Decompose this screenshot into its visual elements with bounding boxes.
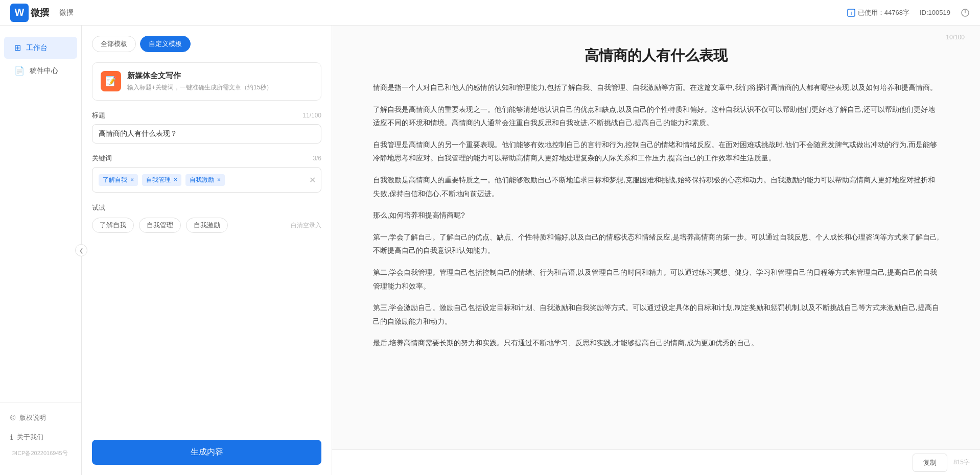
keyword-remove-1[interactable]: × [130, 176, 134, 183]
right-panel: 10/100 高情商的人有什么表现 情商是指一个人对自己和他人的感情的认知和管理… [332, 26, 980, 475]
sidebar-item-workbench[interactable]: ⊞ 工作台 [4, 37, 77, 59]
keywords-section: 关键词 3/6 了解自我 × 自我管理 × 自我激励 × [92, 154, 321, 193]
suggestions-label: 试试 [92, 204, 105, 211]
copyright-icon: © [10, 414, 15, 422]
sidebar-nav: ⊞ 工作台 📄 稿件中心 [0, 36, 81, 402]
title-input[interactable] [92, 124, 321, 144]
title-counter: 11/100 [302, 112, 321, 119]
drafts-icon: 📄 [14, 66, 25, 76]
title-label: 标题 [92, 111, 105, 120]
power-icon[interactable] [961, 8, 970, 17]
preview-para-4: 那么,如何培养和提高情商呢? [373, 208, 939, 222]
header: W 微撰 微撰 i 已使用：44768字 ID:100519 [0, 0, 980, 26]
preview-para-1: 了解自我是高情商人的重要表现之一。他们能够清楚地认识自己的优点和缺点,以及自己的… [373, 103, 939, 130]
title-label-row: 标题 11/100 [92, 111, 321, 120]
sidebar-bottom: © 版权说明 ℹ 关于我们 ©ICP备2022016945号 [0, 402, 81, 465]
preview-area: 10/100 高情商的人有什么表现 情商是指一个人对自己和他人的感情的认知和管理… [332, 26, 980, 449]
keywords-box[interactable]: 了解自我 × 自我管理 × 自我激励 × ✕ [92, 167, 321, 193]
about-icon: ℹ [10, 433, 13, 441]
svg-text:i: i [850, 10, 852, 16]
keyword-tag-2[interactable]: 自我管理 × [142, 174, 181, 186]
word-count: 815字 [953, 458, 970, 467]
preview-para-8: 最后,培养高情商需要长期的努力和实践。只有通过不断地学习、反思和实践,才能够提高… [373, 336, 939, 350]
info-icon: i [847, 9, 855, 17]
usage-text: 已使用：44768字 [858, 8, 909, 17]
content-area: 全部模板 自定义模板 📝 新媒体全文写作 输入标题+关键词，一键准确生成所需文章… [82, 26, 980, 475]
tab-all-templates[interactable]: 全部模板 [92, 36, 136, 52]
suggestion-tag-1[interactable]: 自我管理 [139, 218, 181, 233]
suggestion-tag-2[interactable]: 自我激励 [186, 218, 228, 233]
header-right: i 已使用：44768字 ID:100519 [847, 8, 970, 17]
preview-para-0: 情商是指一个人对自己和他人的感情的认知和管理能力,包括了解自我、自我管理、自我激… [373, 81, 939, 94]
logo-w-icon: W [10, 4, 29, 22]
sidebar-item-label: 稿件中心 [30, 66, 58, 76]
sidebar-item-label: 工作台 [26, 43, 48, 53]
user-id: ID:100519 [920, 9, 950, 16]
main-layout: ⊞ 工作台 📄 稿件中心 © 版权说明 ℹ 关于我们 ©ICP备20220169… [0, 26, 980, 475]
copy-button[interactable]: 复制 [913, 454, 947, 472]
suggestions-section: 试试 了解自我 自我管理 自我激励 白清空录入 [92, 203, 321, 233]
suggestions-list: 了解自我 自我管理 自我激励 白清空录入 [92, 218, 321, 233]
keyword-tag-3[interactable]: 自我激励 × [185, 174, 225, 186]
sidebar-item-drafts[interactable]: 📄 稿件中心 [4, 60, 77, 82]
template-info: 新媒体全文写作 输入标题+关键词，一键准确生成所需文章（约15秒） [127, 71, 313, 92]
generate-button[interactable]: 生成内容 [92, 440, 321, 465]
preview-counter: 10/100 [946, 34, 965, 41]
sidebar: ⊞ 工作台 📄 稿件中心 © 版权说明 ℹ 关于我们 ©ICP备20220169… [0, 26, 82, 475]
keywords-label-row: 关键词 3/6 [92, 154, 321, 163]
tab-custom-templates[interactable]: 自定义模板 [140, 36, 191, 52]
preview-para-7: 第三,学会激励自己。激励自己包括设定目标和计划、自我激励和自我奖励等方式。可以通… [373, 301, 939, 328]
sidebar-item-copyright[interactable]: © 版权说明 [4, 408, 77, 428]
icp-text: ©ICP备2022016945号 [4, 447, 77, 460]
preview-content: 情商是指一个人对自己和他人的感情的认知和管理能力,包括了解自我、自我管理、自我激… [373, 81, 939, 350]
suggestions-clear[interactable]: 白清空录入 [291, 221, 321, 230]
template-desc: 输入标题+关键词，一键准确生成所需文章（约15秒） [127, 83, 313, 92]
title-section: 标题 11/100 [92, 111, 321, 144]
preview-footer: 复制 815字 [332, 449, 980, 475]
sidebar-collapse-button[interactable]: ❮ [75, 244, 87, 256]
tab-row: 全部模板 自定义模板 [92, 36, 321, 52]
preview-para-3: 自我激励是高情商人的重要特质之一。他们能够激励自己不断地追求目标和梦想,克服困难… [373, 173, 939, 200]
template-icon: 📝 [101, 71, 121, 91]
keyword-tag-1[interactable]: 了解自我 × [99, 174, 138, 186]
preview-title: 高情商的人有什么表现 [373, 46, 939, 65]
keyword-remove-3[interactable]: × [217, 176, 221, 183]
suggestion-tag-0[interactable]: 了解自我 [92, 218, 134, 233]
sidebar-item-about[interactable]: ℹ 关于我们 [4, 428, 77, 447]
template-name: 新媒体全文写作 [127, 71, 313, 81]
header-logo: W 微撰 [10, 4, 49, 22]
keywords-label: 关键词 [92, 154, 112, 163]
left-panel: 全部模板 自定义模板 📝 新媒体全文写作 输入标题+关键词，一键准确生成所需文章… [82, 26, 332, 475]
preview-para-5: 第一,学会了解自己。了解自己的优点、缺点、个性特质和偏好,以及自己的情感状态和情… [373, 230, 939, 257]
copyright-label: 版权说明 [19, 413, 46, 422]
keywords-clear-icon[interactable]: ✕ [309, 175, 316, 185]
preview-para-6: 第二,学会自我管理。管理自己包括控制自己的情绪、行为和言语,以及管理自己的时间和… [373, 266, 939, 293]
workbench-icon: ⊞ [14, 43, 21, 53]
header-usage: i 已使用：44768字 [847, 8, 909, 17]
preview-para-2: 自我管理是高情商人的另一个重要表现。他们能够有效地控制自己的言行和行为,控制自己… [373, 138, 939, 165]
keyword-remove-2[interactable]: × [174, 176, 177, 183]
header-title: 微撰 [59, 8, 74, 17]
keywords-counter: 3/6 [313, 155, 321, 162]
template-card[interactable]: 📝 新媒体全文写作 输入标题+关键词，一键准确生成所需文章（约15秒） [92, 62, 321, 101]
about-label: 关于我们 [17, 433, 43, 442]
logo-text: 微撰 [31, 7, 49, 19]
